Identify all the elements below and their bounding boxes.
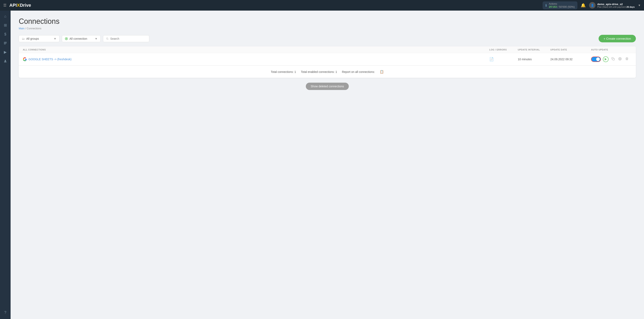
main-content: Connections Main / Connections 🗂 All gro…	[10, 10, 644, 319]
actions-total: 50'000	[559, 5, 567, 8]
search-input[interactable]	[110, 37, 146, 40]
google-icon	[23, 57, 27, 61]
breadcrumb-separator: /	[25, 27, 27, 30]
status-dot-icon	[65, 37, 68, 40]
connection-link[interactable]: GOOGLE SHEETS -> (freshdesk)	[28, 58, 72, 61]
copy-button[interactable]	[610, 57, 616, 62]
top-header: ☰ APIXDrive ℹ Actions: 25'153 / 50'000 (…	[0, 0, 644, 10]
total-connections: Total connections: 1	[271, 70, 296, 74]
connection-name-cell: GOOGLE SHEETS -> (freshdesk)	[23, 57, 489, 61]
actions-label: Actions:	[549, 2, 574, 5]
table-header: ALL CONNECTIONS LOG / ERRORS UPDATE INTE…	[19, 46, 636, 53]
groups-label: All groups	[26, 37, 39, 40]
col-log: LOG / ERRORS	[489, 48, 518, 51]
interval-cell: 10 minutes	[518, 58, 550, 61]
svg-rect-0	[4, 42, 7, 42]
menu-icon[interactable]: ☰	[3, 3, 6, 8]
connection-chevron-icon: ▼	[95, 37, 98, 40]
svg-rect-1	[4, 43, 7, 43]
user-chevron-icon[interactable]: ▼	[638, 4, 641, 7]
actions-widget: ℹ Actions: 25'153 / 50'000 (50%)	[542, 2, 578, 9]
log-cell: 📄	[489, 57, 518, 62]
report-icon[interactable]: 📋	[380, 70, 384, 74]
actions-percent: (50%)	[568, 5, 575, 8]
total-enabled-connections: Total enabled connections: 1	[301, 70, 337, 74]
col-date: UPDATE DATE	[550, 48, 591, 51]
show-deleted-button[interactable]: Show deleted connections	[306, 83, 349, 90]
settings-button[interactable]	[618, 57, 622, 62]
show-deleted-area: Show deleted connections	[19, 83, 636, 90]
sidebar-item-connections[interactable]: ⊞	[1, 21, 9, 29]
groups-chevron-icon: ▼	[54, 37, 56, 40]
logo-drive: Drive	[20, 3, 31, 8]
svg-point-4	[106, 38, 108, 39]
date-cell: 24.09.2022 09:32	[550, 58, 591, 61]
breadcrumb: Main / Connections	[19, 27, 636, 30]
bell-icon[interactable]: 🔔	[581, 3, 586, 8]
user-plan: Plan |Start| left until payment 26 days	[597, 6, 635, 8]
play-icon	[605, 58, 607, 60]
days-remaining: 26 days	[626, 6, 635, 8]
info-icon: ℹ	[546, 4, 547, 7]
run-button[interactable]	[603, 56, 608, 62]
connection-filter-dropdown[interactable]: All connection ▼	[62, 35, 100, 42]
logo: APIXDrive	[9, 3, 31, 8]
svg-rect-2	[4, 44, 6, 44]
connection-filter-label: All connection	[70, 37, 87, 40]
table-footer: Total connections: 1 Total enabled conne…	[19, 66, 636, 78]
breadcrumb-current: Connections	[27, 27, 41, 30]
connections-table: ALL CONNECTIONS LOG / ERRORS UPDATE INTE…	[19, 46, 636, 78]
user-info: demo_apix-drive_s2 Plan |Start| left unt…	[597, 3, 635, 8]
logo-api: API	[9, 3, 17, 8]
sidebar-item-help[interactable]: ?	[1, 308, 9, 316]
create-connection-button[interactable]: + Create connection	[598, 35, 636, 42]
sidebar: ⌂ ⊞ $ ▶ ?	[0, 10, 10, 319]
log-icon[interactable]: 📄	[489, 57, 494, 61]
delete-button[interactable]	[624, 57, 629, 62]
page-title: Connections	[19, 17, 636, 26]
col-interval: UPDATE INTERVAL	[518, 48, 550, 51]
search-icon	[106, 37, 109, 40]
sidebar-item-profile[interactable]	[1, 57, 9, 65]
svg-marker-6	[605, 58, 607, 60]
svg-point-3	[5, 60, 6, 61]
report-label: Report on all connections:	[342, 70, 375, 74]
col-name: ALL CONNECTIONS	[23, 48, 489, 51]
app-body: ⌂ ⊞ $ ▶ ? Connections Main / Connections…	[0, 10, 644, 319]
auto-update-toggle[interactable]	[591, 56, 601, 62]
auto-update-controls	[591, 56, 632, 62]
search-field[interactable]	[103, 35, 149, 42]
sidebar-item-tasks[interactable]	[1, 39, 9, 47]
actions-separator: /	[558, 5, 559, 8]
sidebar-item-billing[interactable]: $	[1, 30, 9, 38]
folder-icon: 🗂	[22, 37, 25, 40]
user-name: demo_apix-drive_s2	[597, 3, 635, 6]
actions-used: 25'153	[549, 5, 557, 8]
groups-dropdown[interactable]: 🗂 All groups ▼	[19, 35, 60, 42]
create-connection-label: + Create connection	[604, 37, 631, 40]
avatar: 👤	[589, 2, 596, 8]
svg-line-5	[108, 39, 108, 40]
table-row: GOOGLE SHEETS -> (freshdesk) 📄 10 minute…	[19, 53, 636, 66]
logo-x: X	[17, 3, 20, 8]
sidebar-item-home[interactable]: ⌂	[1, 12, 9, 20]
copy-icon	[612, 57, 615, 60]
user-area: 👤 demo_apix-drive_s2 Plan |Start| left u…	[589, 2, 641, 8]
sidebar-item-media[interactable]: ▶	[1, 48, 9, 56]
svg-rect-7	[613, 58, 614, 60]
col-autoupdate: AUTO UPDATE	[591, 48, 632, 51]
delete-icon	[625, 57, 628, 60]
toolbar: 🗂 All groups ▼ All connection ▼ + Create…	[19, 35, 636, 42]
breadcrumb-main-link[interactable]: Main	[19, 27, 24, 30]
svg-point-8	[620, 58, 620, 59]
settings-icon	[618, 57, 622, 60]
